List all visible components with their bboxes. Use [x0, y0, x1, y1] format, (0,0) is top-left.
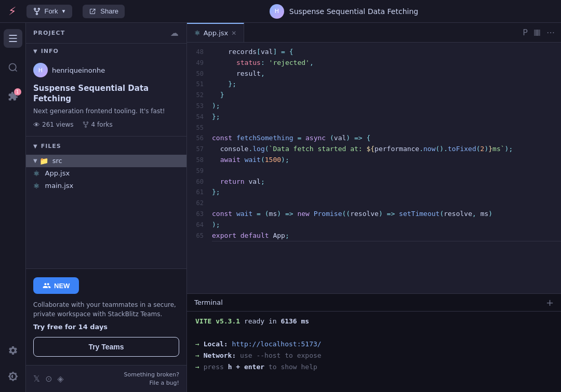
views-count: 261 views: [42, 121, 74, 128]
split-icon[interactable]: [533, 29, 541, 37]
terminal-header: Terminal +: [187, 294, 561, 312]
settings-icon[interactable]: [4, 341, 22, 360]
search-icon[interactable]: [4, 58, 22, 77]
react-file-icon: ⚛: [33, 169, 40, 178]
teams-promo: NEW Collaborate with your teammates in a…: [26, 268, 186, 365]
views-stat: 👁 261 views: [33, 121, 74, 129]
chevron-down-icon: ▼: [33, 48, 38, 54]
github-icon[interactable]: ⊙: [45, 374, 52, 384]
code-line-50: 50 result,: [187, 69, 561, 79]
code-line-52: 52 }: [187, 90, 561, 101]
terminal-line-empty: [195, 327, 553, 339]
cloud-icon[interactable]: ☁: [170, 28, 179, 38]
username: henriqueinonhe: [52, 66, 105, 74]
code-line-62: 62: [187, 198, 561, 209]
code-line-60: 60 return val;: [187, 177, 561, 187]
project-name: Suspense Sequential Data Fetching: [33, 84, 179, 104]
code-line-64: 64 );: [187, 220, 561, 231]
vite-time: 6136 ms: [280, 317, 309, 325]
code-line-65: 65 export default App;: [187, 231, 561, 242]
help-text: press: [204, 363, 228, 371]
code-line-53: 53 );: [187, 101, 561, 112]
terminal-add-icon[interactable]: +: [546, 297, 554, 308]
terminal-line-help: → press h + enter to show help: [195, 361, 553, 373]
theme-icon[interactable]: [4, 367, 22, 386]
src-folder[interactable]: ▼ 📁 src: [26, 155, 186, 167]
app-jsx-tab[interactable]: ⚛ App.jsx ✕: [187, 23, 244, 42]
ellipsis-icon[interactable]: ⋯: [546, 28, 555, 37]
share-button[interactable]: Share: [83, 5, 125, 18]
tab-close-button[interactable]: ✕: [231, 30, 236, 37]
code-line-58: 58 await wait(1500);: [187, 155, 561, 166]
app-jsx-file[interactable]: ⚛ App.jsx: [26, 167, 186, 180]
main-jsx-file[interactable]: ⚛ main.jsx: [26, 180, 186, 192]
terminal-line-vite: VITE v5.3.1 ready in 6136 ms: [195, 316, 553, 327]
file-tree: ▼ 📁 src ⚛ App.jsx ⚛ main.jsx: [26, 153, 186, 194]
terminal-title: Terminal: [194, 299, 223, 306]
eye-icon: 👁: [33, 121, 40, 129]
project-label: PROJECT: [33, 30, 65, 36]
sidebar-header: PROJECT ☁: [26, 23, 186, 44]
help-suffix: to show help: [269, 363, 317, 371]
network-label: Network:: [204, 352, 240, 359]
vite-label: VITE v5.3.1: [195, 317, 240, 325]
preview-icon[interactable]: P: [523, 28, 528, 37]
info-section-toggle[interactable]: ▼ INFO: [26, 44, 186, 58]
sidebar-scroll: ▼ INFO H henriqueinonhe Suspense Sequent…: [26, 44, 186, 268]
explorer-icon[interactable]: [4, 29, 22, 48]
info-box: H henriqueinonhe Suspense Sequential Dat…: [26, 58, 186, 134]
sidebar: PROJECT ☁ ▼ INFO H henriqueinonhe Suspen…: [26, 23, 187, 392]
code-line-54: 54 };: [187, 112, 561, 123]
social-icons: 𝕏 ⊙ ◈: [33, 374, 64, 384]
extension-badge: 1: [14, 88, 21, 96]
code-line-48: 48 records[val] = {: [187, 47, 561, 58]
main-jsx-label: main.jsx: [45, 182, 74, 190]
icon-rail: 1: [0, 23, 26, 392]
teams-cta: Try free for 14 days: [33, 323, 179, 331]
fork-label: Fork: [44, 7, 58, 15]
code-line-51: 51 };: [187, 79, 561, 90]
project-title: Suspense Sequential Data Fetching: [289, 7, 418, 16]
code-line-55: 55: [187, 123, 561, 133]
try-teams-button[interactable]: Try Teams: [33, 337, 179, 357]
topbar: ⚡ Fork ▼ Share H Suspense Sequential Dat…: [0, 0, 561, 23]
teams-desc: Collaborate with your teammates in a sec…: [33, 300, 179, 319]
terminal-body[interactable]: VITE v5.3.1 ready in 6136 ms → Local: ht…: [187, 312, 561, 392]
code-line-56: 56 const fetchSomething = async (val) =>…: [187, 133, 561, 144]
help-cmd: h + enter: [228, 363, 264, 371]
chevron-down-icon-src: ▼: [33, 158, 37, 164]
editor-area: ⚛ App.jsx ✕ P ⋯ 48 records[val]: [187, 23, 561, 392]
react-main-icon: ⚛: [33, 182, 40, 190]
tab-actions: P ⋯: [516, 28, 561, 37]
divider: [26, 136, 186, 137]
vite-ready: ready in: [244, 317, 280, 325]
new-button[interactable]: NEW: [33, 277, 79, 294]
chevron-down-icon-files: ▼: [33, 143, 38, 149]
code-line-63: 63 const wait = (ms) => new Promise((res…: [187, 209, 561, 220]
files-section-toggle[interactable]: ▼ FILES: [26, 139, 186, 153]
new-label: NEW: [54, 282, 70, 290]
forks-stat: 4 forks: [82, 121, 113, 129]
code-editor[interactable]: 48 records[val] = { 49 status: 'rejected…: [187, 43, 561, 293]
code-line-57: 57 console.log(`Data fetch started at: $…: [187, 144, 561, 155]
terminal-line-local: → Local: http://localhost:5173/: [195, 339, 553, 350]
chevron-down-icon: ▼: [61, 8, 66, 14]
project-stats: 👁 261 views 4 forks: [33, 121, 179, 129]
local-url: http://localhost:5173/: [232, 340, 321, 348]
tab-bar: ⚛ App.jsx ✕ P ⋯: [187, 23, 561, 43]
fork-button[interactable]: Fork ▼: [26, 5, 72, 18]
bolt-icon: ⚡: [8, 5, 16, 18]
tab-react-icon: ⚛: [194, 29, 201, 37]
share-icon: [89, 7, 97, 16]
bug-report-text: Something broken?File a bug!: [124, 371, 179, 387]
src-folder-label: src: [52, 157, 62, 165]
forks-count: 4 forks: [91, 121, 113, 128]
local-label: Local:: [204, 340, 232, 348]
user-info: H henriqueinonhe: [33, 63, 179, 77]
user-avatar-sidebar: H: [33, 63, 48, 77]
terminal: Terminal + VITE v5.3.1 ready in 6136 ms …: [187, 293, 561, 392]
discord-icon[interactable]: ◈: [57, 374, 63, 384]
extensions-icon[interactable]: 1: [4, 87, 22, 106]
twitter-icon[interactable]: 𝕏: [33, 374, 40, 384]
arrow-help-icon: →: [195, 363, 204, 371]
